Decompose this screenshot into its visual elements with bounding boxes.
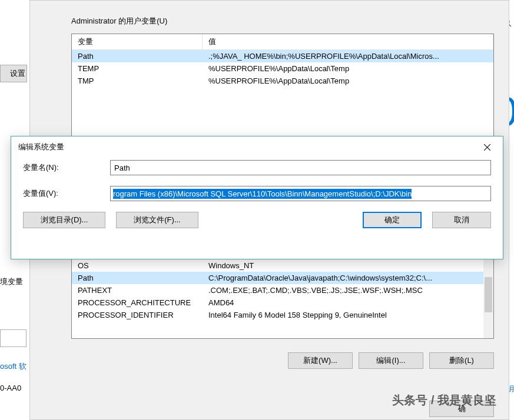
table-row[interactable]: TEMP %USERPROFILE%\AppData\Local\Temp [72,62,493,75]
variable-value-input[interactable]: rogram Files (x86)\Microsoft SQL Server\… [110,186,491,201]
user-vars-table[interactable]: 变量 值 Path .;%JAVA_ HOME%\bin;%USERPROFIL… [71,34,494,139]
table-row[interactable]: Path C:\ProgramData\Oracle\Java\javapath… [72,272,493,284]
scrollbar[interactable] [483,259,493,338]
var-value: C:\ProgramData\Oracle\Java\javapath;C:\w… [203,272,493,284]
variable-value-row: 变量值(V): rogram Files (x86)\Microsoft SQL… [11,186,503,201]
var-value: .COM;.EXE;.BAT;.CMD;.VBS;.VBE;.JS;.JSE;.… [203,284,493,296]
scrollbar-thumb[interactable] [485,277,492,312]
var-name: Path [72,50,203,62]
table-row[interactable]: TMP %USERPROFILE%\AppData\Local\Temp [72,75,493,87]
dialog-title: 编辑系统变量 [18,142,64,152]
new-button[interactable]: 新建(W)... [288,352,353,369]
var-name: TMP [72,75,203,87]
column-header-variable[interactable]: 变量 [72,34,203,49]
var-name: PROCESSOR_IDENTIFIER [72,309,203,321]
microsoft-link-fragment[interactable]: osoft 软 [0,361,26,372]
edit-system-variable-dialog: 编辑系统变量 变量名(N): 变量值(V): rogram Files (x86… [11,136,503,259]
var-value: %USERPROFILE%\AppData\Local\Temp [203,62,493,75]
column-header-value[interactable]: 值 [203,34,493,49]
browse-directory-button[interactable]: 浏览目录(D)... [23,212,105,228]
selected-text: rogram Files (x86)\Microsoft SQL Server\… [113,189,412,199]
variable-name-row: 变量名(N): [11,160,503,175]
var-value: Windows_NT [203,259,493,272]
table-row[interactable]: PROCESSOR_ARCHITECTURE AMD64 [72,296,493,309]
table-row[interactable]: PATHEXT .COM;.EXE;.BAT;.CMD;.VBS;.VBE;.J… [72,284,493,296]
close-icon [484,144,490,151]
watermark: 头条号 / 我是黄良坚 [392,392,496,408]
var-value: AMD64 [203,296,493,309]
cancel-button[interactable]: 取消 [432,212,491,228]
browse-file-button[interactable]: 浏览文件(F)... [116,212,198,228]
var-value: .;%JAVA_ HOME%\bin;%USERPROFILE%\AppData… [203,50,493,62]
delete-button[interactable]: 删除(L) [429,352,494,369]
settings-button-fragment[interactable]: 设置 [0,65,27,82]
table-row[interactable]: OS Windows_NT [72,259,493,272]
ok-button[interactable]: 确定 [363,212,422,228]
system-vars-table[interactable]: OS Windows_NT Path C:\ProgramData\Oracle… [71,259,494,339]
var-name: OS [72,259,203,272]
variable-name-label: 变量名(N): [23,162,110,173]
close-button[interactable] [478,141,496,153]
var-name: PATHEXT [72,284,203,296]
table-header: 变量 值 [72,34,493,50]
var-value: %USERPROFILE%\AppData\Local\Temp [203,75,493,87]
table-row[interactable]: Path .;%JAVA_ HOME%\bin;%USERPROFILE%\Ap… [72,50,493,62]
product-id-fragment: 0-AA0 [0,384,21,392]
env-vars-label-fragment: 境变量 [0,276,23,287]
var-name: PROCESSOR_ARCHITECTURE [72,296,203,309]
edit-button[interactable]: 编辑(I)... [359,352,423,369]
var-name: TEMP [72,62,203,75]
user-vars-group-label: Administrator 的用户变量(U) [71,16,167,26]
var-name: Path [72,272,203,284]
dialog-titlebar[interactable]: 编辑系统变量 [11,136,503,160]
variable-value-label: 变量值(V): [23,188,110,199]
edit-dialog-buttons: 浏览目录(D)... 浏览文件(F)... 确定 取消 [11,212,503,228]
empty-box-fragment [0,329,26,347]
system-vars-buttons: 新建(W)... 编辑(I)... 删除(L) [288,352,494,369]
variable-name-input[interactable] [110,160,491,175]
var-value: Intel64 Family 6 Model 158 Stepping 9, G… [203,309,493,321]
table-row[interactable]: PROCESSOR_IDENTIFIER Intel64 Family 6 Mo… [72,309,493,321]
